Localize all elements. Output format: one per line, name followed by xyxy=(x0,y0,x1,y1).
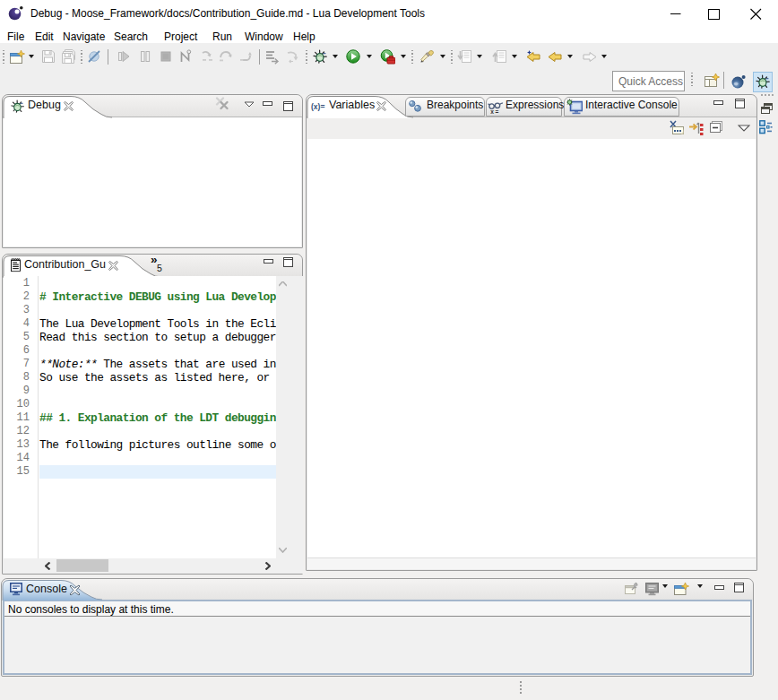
svg-text:x =: x = xyxy=(490,108,498,115)
